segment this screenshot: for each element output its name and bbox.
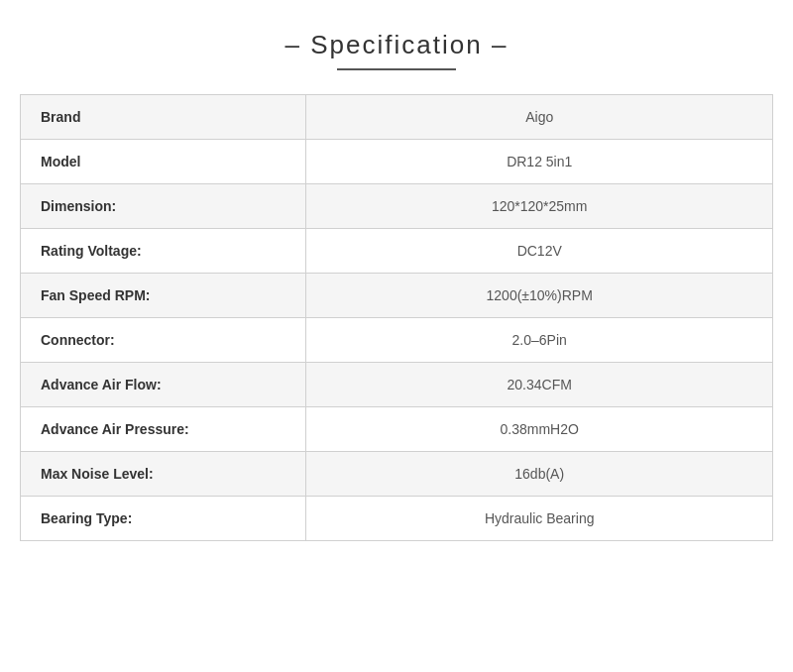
table-row: Dimension:120*120*25mm — [21, 184, 773, 229]
spec-value: 120*120*25mm — [306, 184, 773, 229]
spec-label: Brand — [21, 95, 306, 140]
spec-table: BrandAigoModelDR12 5in1Dimension:120*120… — [20, 94, 773, 541]
table-row: Fan Speed RPM:1200(±10%)RPM — [21, 274, 773, 318]
table-row: BrandAigo — [21, 95, 773, 140]
table-row: Advance Air Flow:20.34CFM — [21, 363, 773, 407]
spec-value: 1200(±10%)RPM — [306, 274, 773, 318]
spec-value: Aigo — [306, 95, 773, 140]
spec-label: Rating Voltage: — [21, 229, 306, 274]
table-row: Connector:2.0–6Pin — [21, 318, 773, 363]
spec-value: DR12 5in1 — [306, 140, 773, 184]
spec-value: DC12V — [306, 229, 773, 274]
spec-value: 2.0–6Pin — [306, 318, 773, 363]
table-row: ModelDR12 5in1 — [21, 140, 773, 184]
spec-label: Max Noise Level: — [21, 452, 306, 497]
spec-label: Advance Air Flow: — [21, 363, 306, 407]
section-header: – Specification – — [20, 30, 773, 70]
table-row: Max Noise Level:16db(A) — [21, 452, 773, 497]
table-row: Rating Voltage:DC12V — [21, 229, 773, 274]
page-container: – Specification – BrandAigoModelDR12 5in… — [20, 30, 773, 541]
spec-label: Connector: — [21, 318, 306, 363]
spec-label: Fan Speed RPM: — [21, 274, 306, 318]
spec-label: Bearing Type: — [21, 497, 306, 541]
spec-value: 0.38mmH2O — [306, 407, 773, 452]
spec-label: Advance Air Pressure: — [21, 407, 306, 452]
header-underline — [337, 68, 456, 70]
spec-value: 16db(A) — [306, 452, 773, 497]
spec-value: Hydraulic Bearing — [306, 497, 773, 541]
table-row: Bearing Type:Hydraulic Bearing — [21, 497, 773, 541]
spec-label: Dimension: — [21, 184, 306, 229]
table-row: Advance Air Pressure:0.38mmH2O — [21, 407, 773, 452]
section-title: – Specification – — [20, 30, 773, 60]
spec-label: Model — [21, 140, 306, 184]
spec-value: 20.34CFM — [306, 363, 773, 407]
